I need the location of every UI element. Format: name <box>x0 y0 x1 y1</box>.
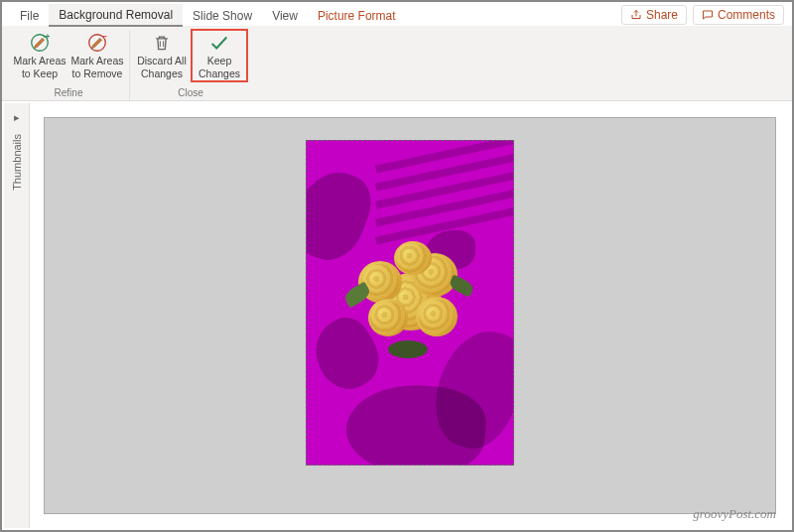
header-actions: Share Comments <box>621 5 784 25</box>
share-icon <box>630 9 642 21</box>
keep-l2: Changes <box>198 67 240 80</box>
thumbnails-label: Thumbnails <box>11 134 23 191</box>
discard-all-changes-button[interactable]: Discard All Changes <box>134 30 190 81</box>
keep-l1: Keep <box>207 55 232 67</box>
discard-l2: Changes <box>141 67 183 80</box>
watermark: groovyPost.com <box>693 506 776 522</box>
group-refine: + Mark Areas to Keep − Mark Areas to Rem… <box>8 30 130 100</box>
comment-icon <box>702 9 714 21</box>
tab-background-removal[interactable]: Background Removal <box>49 4 183 27</box>
svg-text:−: − <box>102 32 107 42</box>
group-close-label: Close <box>178 87 203 100</box>
mark-areas-remove-button[interactable]: − Mark Areas to Remove <box>69 30 125 81</box>
workspace: ▸ Thumbnails <box>4 103 790 528</box>
slide-canvas-area: groovyPost.com <box>30 103 790 528</box>
comments-button[interactable]: Comments <box>693 5 784 25</box>
chevron-right-icon[interactable]: ▸ <box>14 111 20 124</box>
foreground-flower <box>350 241 469 350</box>
mark-keep-l1: Mark Areas <box>13 55 66 67</box>
mark-remove-l1: Mark Areas <box>70 55 123 67</box>
share-label: Share <box>646 8 678 22</box>
tab-picture-format[interactable]: Picture Format <box>308 5 406 26</box>
keep-changes-button[interactable]: Keep Changes <box>192 30 247 81</box>
mark-keep-l2: to Keep <box>22 67 58 80</box>
mark-areas-keep-button[interactable]: + Mark Areas to Keep <box>12 30 67 81</box>
check-icon <box>208 32 230 54</box>
tab-view[interactable]: View <box>262 5 308 26</box>
trash-icon <box>152 32 172 54</box>
tab-bar: File Background Removal Slide Show View … <box>2 2 792 26</box>
slide-background[interactable] <box>44 117 776 514</box>
share-button[interactable]: Share <box>621 5 687 25</box>
mark-remove-l2: to Remove <box>72 67 123 80</box>
tab-slideshow[interactable]: Slide Show <box>183 5 262 26</box>
thumbnails-panel[interactable]: ▸ Thumbnails <box>4 103 30 528</box>
group-refine-label: Refine <box>55 87 83 100</box>
group-close: Discard All Changes Keep Changes Close <box>130 30 251 100</box>
svg-text:+: + <box>46 33 51 42</box>
comments-label: Comments <box>718 8 775 22</box>
ribbon: + Mark Areas to Keep − Mark Areas to Rem… <box>2 26 792 101</box>
pencil-minus-icon: − <box>86 32 108 54</box>
discard-l1: Discard All <box>137 55 187 67</box>
selected-image[interactable] <box>306 140 514 466</box>
tab-file[interactable]: File <box>10 5 49 26</box>
pencil-plus-icon: + <box>29 32 51 54</box>
